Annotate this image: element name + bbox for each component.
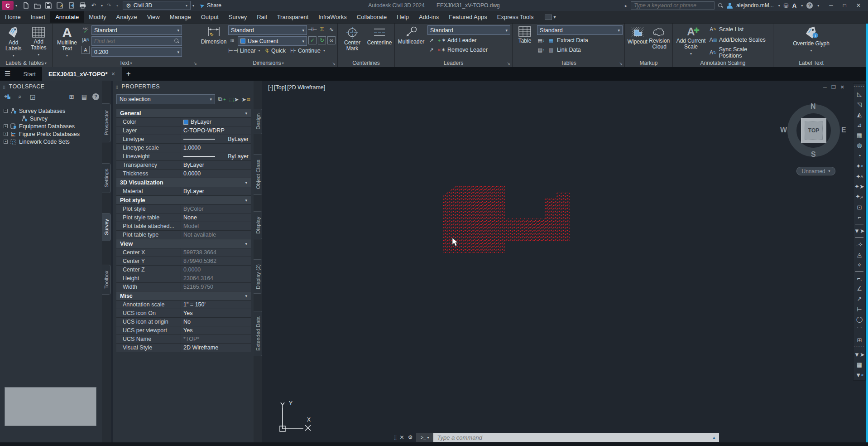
- properties-tab-display-2[interactable]: Display (2): [254, 259, 263, 294]
- select-window-icon[interactable]: ⊡: [854, 202, 865, 213]
- tab-rail[interactable]: Rail: [252, 11, 272, 23]
- command-prompt-icon[interactable]: >_▾: [416, 433, 433, 442]
- palette-layout-icon[interactable]: ⊞: [67, 92, 76, 101]
- section-misc[interactable]: Misc▾: [116, 291, 251, 301]
- property-row[interactable]: Linetype scale1.0000: [116, 144, 251, 152]
- share-button[interactable]: ➤ Share: [200, 2, 221, 9]
- qat-customize-icon[interactable]: ▾: [192, 4, 194, 8]
- link-data-button[interactable]: ▤↑ ▥ Link Data: [537, 46, 623, 54]
- side-shot-icon[interactable]: ⌒: [854, 325, 865, 335]
- mleader-style-combo[interactable]: Standard▾: [427, 25, 510, 35]
- properties-tab-design[interactable]: Design: [254, 109, 263, 134]
- leader-collect-icon[interactable]: ↗: [427, 36, 436, 44]
- command-grip[interactable]: ⣿: [394, 435, 397, 440]
- properties-grip[interactable]: ⣿: [115, 84, 119, 89]
- save-icon[interactable]: [43, 1, 53, 10]
- properties-tab-display[interactable]: Display: [254, 211, 263, 239]
- close-button[interactable]: ✕: [856, 2, 861, 9]
- drawing-canvas[interactable]: [-] [Top] [2D Wireframe] ─ ❐ ✕: [262, 81, 868, 442]
- angle-distance-icon[interactable]: ◺: [854, 89, 865, 99]
- tab-survey[interactable]: Survey: [224, 11, 252, 23]
- circle-pencil-icon[interactable]: ◯: [854, 315, 865, 325]
- minimize-button[interactable]: ─: [829, 2, 833, 9]
- palette-list-icon[interactable]: ▤: [80, 92, 89, 101]
- wipeout-button[interactable]: Wipeout: [627, 25, 648, 59]
- plot-icon[interactable]: [77, 1, 87, 10]
- azimuth-icon[interactable]: ↗: [854, 294, 865, 304]
- section-general[interactable]: General▾: [116, 109, 251, 118]
- multiline-text-button[interactable]: A Multiline Text▾: [54, 25, 80, 59]
- collapse-icon[interactable]: −: [4, 109, 8, 113]
- autohide-palette-edge[interactable]: [866, 24, 868, 442]
- new-drawing-tab-button[interactable]: +: [126, 69, 131, 78]
- compass-west[interactable]: W: [780, 126, 787, 134]
- add-delete-scales-button[interactable]: A▤Add/Delete Scales: [709, 36, 771, 44]
- file-tabs-menu-icon[interactable]: ☰: [5, 70, 10, 78]
- toolspace-tab-survey[interactable]: Survey: [102, 213, 111, 241]
- user-caret-icon[interactable]: ▾: [778, 4, 780, 8]
- file-tab-close-icon[interactable]: ✕: [111, 71, 115, 77]
- save-as-icon[interactable]: [55, 1, 65, 10]
- point-object-icon[interactable]: ✦➤: [854, 181, 865, 192]
- table-button[interactable]: Table: [514, 25, 535, 59]
- station-offset-icon[interactable]: ⌐: [854, 213, 865, 223]
- property-row[interactable]: Plot table attached...Model: [116, 222, 251, 231]
- tab-add-ins[interactable]: Add-ins: [414, 11, 444, 23]
- search-box[interactable]: [631, 1, 715, 10]
- tab-output[interactable]: Output: [196, 11, 224, 23]
- sync-scale-positions-button[interactable]: A↻Sync Scale Positions: [709, 46, 771, 59]
- file-tab-document[interactable]: EEXJ0431_xV-TOPO* ✕: [42, 67, 122, 81]
- panel-title-tables[interactable]: Tables↘: [513, 59, 624, 67]
- tab-help[interactable]: Help: [392, 11, 414, 23]
- point-name-icon[interactable]: ✦A: [854, 171, 865, 182]
- viewcube-top-face[interactable]: TOP: [801, 118, 826, 143]
- toolspace-tab-prospector[interactable]: Prospector: [102, 103, 111, 142]
- quick-select-icon[interactable]: ➤▤: [241, 95, 250, 103]
- blocks-grid-icon[interactable]: ▦: [854, 359, 865, 370]
- tree-item-figure-prefix-databases[interactable]: + Figure Prefix Databases: [4, 130, 102, 138]
- panel-title-dimensions[interactable]: Dimensions▾↘: [199, 59, 337, 67]
- infocenter-arrow-icon[interactable]: ▸: [625, 3, 627, 8]
- panel-title-markup[interactable]: Markup: [625, 59, 672, 67]
- undo-caret-icon[interactable]: ▾: [101, 4, 103, 8]
- dim-layer-combo[interactable]: Use Current▾: [238, 36, 307, 46]
- workspace-switcher[interactable]: ⚙ Civil 3D ▾: [123, 1, 191, 10]
- app-menu-button[interactable]: C: [2, 1, 14, 10]
- tab-home[interactable]: Home: [0, 11, 26, 23]
- open-folder-icon[interactable]: [32, 1, 42, 10]
- zoom-to-point-icon[interactable]: ✦⌕: [854, 192, 865, 202]
- compass-south[interactable]: S: [811, 150, 816, 159]
- help-icon[interactable]: ?: [806, 2, 813, 9]
- property-row[interactable]: MaterialByLayer: [116, 187, 251, 196]
- tree-item-linework-code-sets[interactable]: + x xx Linework Code Sets: [4, 138, 102, 145]
- toolspace-grip[interactable]: ⣿: [3, 84, 6, 89]
- compass-east[interactable]: E: [841, 126, 846, 134]
- signed-in-user[interactable]: alejandro.mM...: [736, 2, 774, 9]
- property-row[interactable]: Plot styleByColor: [116, 205, 251, 213]
- property-row[interactable]: Plot table typeNot available: [116, 231, 251, 239]
- property-row[interactable]: Visual Style2D Wireframe: [116, 344, 251, 352]
- edit-survey-icon[interactable]: ◲: [28, 92, 37, 101]
- dim-adjust-space-icon[interactable]: Ɪ: [318, 25, 326, 34]
- section-plot-style[interactable]: Plot style▾: [116, 196, 251, 205]
- bearing-distance-icon[interactable]: ◹: [854, 99, 865, 110]
- section-view[interactable]: View▾: [116, 239, 251, 248]
- drawing-restore-icon[interactable]: ❐: [831, 84, 836, 90]
- property-row[interactable]: UCS icon at originNo: [116, 318, 251, 326]
- tree-item-survey-databases[interactable]: − Survey Databases: [4, 107, 102, 115]
- drawing-close-icon[interactable]: ✕: [840, 84, 844, 90]
- tab-express-tools[interactable]: Express Tools: [492, 11, 539, 23]
- viewport-view-control[interactable]: [Top]: [274, 84, 286, 91]
- toolspace-tab-toolbox[interactable]: Toolbox: [102, 265, 111, 295]
- toolbar-grip[interactable]: ••••••: [854, 345, 865, 349]
- search-icon[interactable]: [718, 3, 723, 8]
- properties-tab-object-class[interactable]: Object Class: [254, 154, 263, 195]
- table-style-combo[interactable]: Standard▾: [537, 25, 623, 35]
- profile-grade-station-icon[interactable]: ◬: [854, 249, 865, 260]
- viewport-visual-style-control[interactable]: [2D Wireframe]: [287, 84, 325, 91]
- property-row[interactable]: Center X599738.3664: [116, 248, 251, 257]
- command-input[interactable]: [433, 434, 709, 441]
- tab-collaborate[interactable]: Collaborate: [352, 11, 392, 23]
- add-current-scale-button[interactable]: A✚ Add Current Scale▾: [675, 25, 707, 59]
- tree-item-survey[interactable]: Survey: [4, 115, 102, 122]
